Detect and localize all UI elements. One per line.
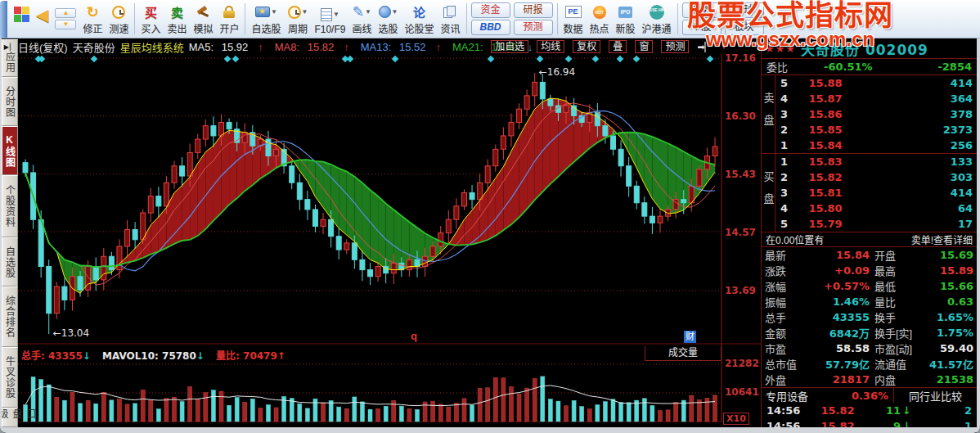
sidebar-tab-kline[interactable]: K线图 [2,126,18,175]
refresh-icon: ↻ [87,2,99,21]
scroll-buttons[interactable]: ▲ ▼ [52,0,79,38]
pencil-icon: ✎▼ [353,2,371,21]
f10-button[interactable]: ▼ F10/F9 [311,0,348,38]
bid-book-label: 买盘 [762,154,775,232]
correct-button[interactable]: ↻ 修正 [79,0,106,38]
sidebar-tab-app[interactable]: ▶▏ 应用 [2,39,18,77]
collapse-panel-icon[interactable]: ➡▏ [697,40,712,53]
liangbi-arrow: ↑ [277,350,285,362]
sidebar-tab-super[interactable]: 超级盘口 [2,408,18,427]
header-caret-icon[interactable]: ▼ [720,40,728,53]
overlay-button[interactable]: 叠 [609,40,627,53]
quote-title-row: ★★★ 天奇股份 002009 [762,39,977,59]
price-axis-16: 16.30 [725,111,759,122]
ask-row[interactable]: 215.852373 [775,122,977,138]
global-button[interactable]: 全球 [725,2,764,18]
forum-icon: 论 [413,2,425,21]
ma-toggle-button[interactable]: 均线 [537,40,564,53]
liangbi-label: 量比: 70479 [216,350,277,362]
sidebar-tab-fenshi[interactable]: 分时图 [2,77,18,126]
ipo-button[interactable]: IPO 新股 [613,0,639,38]
industry-compare-link[interactable]: 同行业比较 [894,388,977,404]
watchlist-button[interactable]: ★▼ 自选股 [248,0,284,38]
finance-badge[interactable]: 财 [684,331,696,343]
bbd-button[interactable]: BBD [471,20,510,35]
kline-chart-canvas[interactable] [18,54,761,427]
window-frame [0,427,980,433]
news-button[interactable]: 资讯 [437,0,463,38]
sector-name[interactable]: 专用设备 [762,388,819,404]
window-button[interactable]: 窗 [635,40,653,53]
rating-stars: ★★★ [765,43,796,55]
layout-button[interactable] [11,0,33,38]
bid-row[interactable]: 215.82303 [775,169,977,185]
adjust-button[interactable]: 复权 [573,40,600,53]
bid-row[interactable]: 515.7917 [775,216,977,232]
main-toolbar: ◀ ▲ ▼ ↻ 修正 测速 买 买入 卖 卖出 模拟 开户 [0,0,980,38]
ipo-icon: IPO [618,2,632,21]
fund-button[interactable]: 资金 [471,2,510,18]
left-sidebar: ▶▏ 应用 分时图 K线图 个股资料 自选股 综合排名 牛叉诊股 超级盘口 [2,39,18,427]
period-button[interactable]: ▼ 周期 [285,0,312,38]
stock-name-code: 天奇股份 002009 [801,38,928,59]
ask-row[interactable]: 515.88414 [775,75,977,91]
hotspot-button[interactable]: HOT 热点 [587,0,613,38]
vol-axis-21282: 21282 [725,358,759,369]
speedtest-button[interactable]: 测速 [106,0,132,38]
buy-char-icon: 买 [145,2,157,21]
folder-star-icon: ★▼ [255,2,277,21]
bid-row[interactable]: 415.8064 [775,201,977,216]
back-button[interactable]: ◀ [33,0,52,38]
add-watchlist-button[interactable]: 加自选 [491,40,528,53]
ma8-label: MA8: 15.82 [275,41,339,53]
globe-icon: ▼ [379,2,398,21]
view-detail-link[interactable]: 卖单!查看详细 [911,232,973,246]
drawline-button[interactable]: ✎▼ 画线 [348,0,375,38]
index-button[interactable]: 指数 [682,2,722,18]
simulate-button[interactable]: 模拟 [190,0,216,38]
back-arrow-icon: ◀ [36,5,48,24]
chart-stock-name: 天奇股份 [73,39,115,55]
forum-button[interactable]: 论 论股堂 [401,0,437,38]
ask-row[interactable]: 315.86378 [775,106,977,122]
forecast-button[interactable]: 预测 [514,20,553,35]
quote-stats: 最新15.84开盘15.69 涨跌+0.09最高15.89 涨幅+0.57%最低… [762,247,977,387]
buy-button[interactable]: 买 买入 [137,0,164,38]
position-note-row: 在0.00位置有 卖单!查看详细 [762,232,977,247]
ask-row[interactable]: 415.87364 [775,91,977,106]
price-axis-13: 13.69 [725,285,759,296]
gavel-icon [196,2,210,21]
sidebar-tab-zixuan[interactable]: 自选股 [2,237,18,286]
sse-hke-icon: SSE HKE [650,2,664,21]
predict-button[interactable]: 预测 [661,40,689,53]
open-account-button[interactable]: 开户 [216,0,242,38]
weicha-value: -2854 [937,61,972,73]
ask-row[interactable]: 115.84256 [775,138,977,153]
ma13-label: MA13: 15.52 [361,41,431,53]
period-clock-icon: ▼ [288,2,308,21]
flame-icon: HOT [593,2,606,21]
price-axis-17: 17.16 [725,52,759,64]
sidebar-tab-rank[interactable]: 综合排名 [2,286,18,347]
vol-axis-10641: 10641 [725,386,759,398]
hk-connect-button[interactable]: SSE HKE 沪港通 [639,0,675,38]
mavol-label: MAVOL10: 75780 [102,350,196,362]
window-frame [0,38,2,433]
sidebar-tab-niucha[interactable]: 牛叉诊股 [2,347,18,408]
ask-book: 卖盘 515.88414 415.87364 315.86378 215.852… [762,75,977,154]
stock-button[interactable]: 个股 [682,20,722,35]
sector-button[interactable]: 板块 [725,20,764,35]
ma5-arrow: ↑ [258,41,263,53]
sell-button[interactable]: 卖 卖出 [164,0,190,38]
bid-row[interactable]: 115.83133 [775,154,977,169]
bid-book: 买盘 115.83133 215.82303 315.81414 415.806… [762,154,977,232]
bid-row[interactable]: 315.81414 [775,185,977,201]
pe-data-button[interactable]: PE 数据 [560,0,587,38]
sidebar-tab-info[interactable]: 个股资料 [2,175,18,237]
chart-period-label[interactable]: 日线(复权) [18,39,68,55]
up-arrow-icon[interactable]: ▲ [55,8,76,18]
report-button[interactable]: 研报 [514,2,553,18]
down-arrow-icon[interactable]: ▼ [55,20,76,29]
stockpick-button[interactable]: ▼ 选股 [375,0,401,38]
mavol-arrow: ↓ [196,350,205,362]
